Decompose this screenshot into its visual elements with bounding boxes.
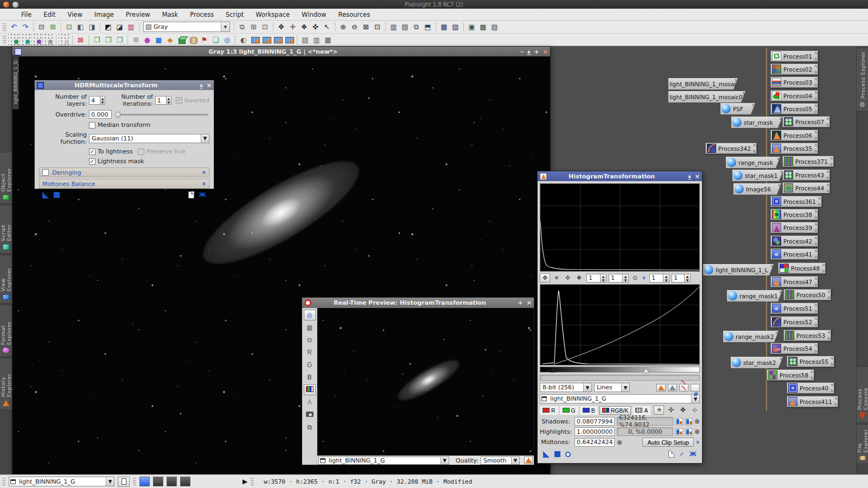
expand-icon[interactable]: ✳	[551, 273, 561, 282]
process-item-process48[interactable]: Process48ND	[778, 262, 826, 274]
sidebar-tab-file-explorer[interactable]: File Explorer	[857, 424, 868, 464]
process-item-process40[interactable]: Process40ND	[787, 382, 834, 394]
channel-alpha-icon[interactable]: A	[304, 397, 316, 408]
hdr-shade-button[interactable]: ▴	[200, 82, 203, 88]
midtones-balance-section[interactable]: Midtones Balance »	[39, 179, 209, 189]
fit-views-icon[interactable]: ▦	[438, 22, 450, 33]
mask-item-star_mask2[interactable]: star_mask2N	[731, 357, 783, 368]
preview-grayscale-icon[interactable]: ▦	[304, 322, 316, 333]
sidebar-tab-script-editor[interactable]: Script Editor	[0, 205, 12, 254]
preview-clone-icon[interactable]: ⧉	[304, 335, 316, 345]
histogramtransformation-dialog[interactable]: HistogramTransformation ▴ × ✥ ✳ ✣ ❖ 1▲▼ …	[537, 171, 703, 464]
menu-workspace[interactable]: Workspace	[250, 9, 296, 20]
pointer-icon[interactable]: ↖	[321, 22, 333, 33]
expand-panel-icon[interactable]: »	[641, 276, 648, 280]
process-item-process39[interactable]: Process39ND	[770, 222, 818, 233]
shadows-input[interactable]: 0.08077994	[575, 417, 615, 426]
show-grid-icon[interactable]	[691, 384, 700, 391]
channel-rgb-icon[interactable]	[304, 384, 316, 395]
process-item-process05[interactable]: Process05ND	[770, 103, 818, 114]
process-item-process411[interactable]: Process411ND	[787, 396, 838, 407]
midtones-marker[interactable]	[643, 368, 649, 373]
format-circle-icon[interactable]: ●	[142, 34, 153, 45]
mask-item-light_binning_1_mosaic01[interactable]: light_BINNING_1_mosaic01N	[668, 91, 745, 102]
process-item-process361[interactable]: Process361ND	[770, 196, 822, 207]
display-mode-select[interactable]: Gray▾	[143, 22, 230, 32]
image-window-titlebar[interactable]: Gray 1:3 light_BINNING_1_G | <*new*> – ▴…	[12, 47, 550, 56]
open-project-box-icon[interactable]: ❒	[103, 34, 114, 45]
sidebar-tab-history-explorer[interactable]: History Explorer	[0, 358, 12, 410]
tile-vertical-icon[interactable]: ▤	[399, 22, 411, 33]
process-item-process51[interactable]: «Process51ND	[770, 303, 818, 314]
cascade-windows-icon[interactable]: ⧉	[411, 22, 422, 33]
sidebar-tab-process-console[interactable]: Process Console	[857, 367, 868, 423]
ht-reset-icon[interactable]: Ж	[690, 451, 697, 458]
preserve-hue-checkbox[interactable]	[138, 149, 144, 155]
realtime-enable-icon[interactable]: ◎	[304, 310, 316, 320]
monitor2-icon[interactable]	[260, 34, 272, 45]
menu-script[interactable]: Script	[220, 9, 250, 20]
zoom-1to1-icon[interactable]: ⊡	[372, 22, 383, 33]
rtp-histogram-icon[interactable]	[524, 457, 533, 464]
track-mode-icon[interactable]: ✥	[540, 273, 550, 282]
new-project-box-icon[interactable]: ❒	[91, 34, 103, 45]
workspace-grid3-icon[interactable]	[31, 34, 42, 45]
screen-mode3-icon[interactable]: ▨	[489, 22, 500, 33]
menu-process[interactable]: Process	[184, 9, 220, 20]
overdrive-input[interactable]: 0.000	[89, 110, 112, 119]
screen-mode2-icon[interactable]: ▩	[477, 22, 489, 33]
channel-r-icon[interactable]: R	[304, 347, 316, 358]
documentation-icon[interactable]	[188, 191, 194, 198]
monitor4-icon[interactable]	[283, 34, 295, 45]
ht-close-button[interactable]: ×	[695, 174, 700, 179]
process-item-process371[interactable]: Process371ND	[782, 156, 834, 167]
overdrive-slider[interactable]	[115, 111, 209, 118]
workspace-swatch-1[interactable]	[139, 477, 150, 486]
workspace-swatch-4[interactable]	[180, 477, 190, 486]
screen-mode1-icon[interactable]: ▣	[466, 22, 477, 33]
shade-left-icon[interactable]: ◧	[75, 22, 86, 33]
select-mode-icon[interactable]: ✜	[310, 22, 321, 33]
color-display-icon[interactable]: ▥	[125, 22, 137, 33]
invert-display-icon[interactable]: ◩	[103, 22, 114, 33]
zoom-out-icon[interactable]: ⊖	[349, 22, 360, 33]
undo-icon[interactable]: ↶	[8, 22, 20, 33]
sidebar-tab-object-explorer[interactable]: Object Explorer	[0, 152, 12, 204]
minimize-button[interactable]: –	[521, 49, 524, 55]
process-item-process01[interactable]: Process01ND	[770, 50, 818, 62]
channel-b-button[interactable]: B	[580, 406, 598, 415]
file-cylinder-icon[interactable]	[187, 34, 199, 45]
input-histogram-panel[interactable]	[540, 284, 700, 365]
shadows-marker[interactable]	[550, 368, 556, 373]
history-diamond-icon[interactable]: ◆	[164, 34, 176, 45]
gear-icon[interactable]: ⚙	[130, 34, 142, 45]
doc-list1-icon[interactable]: ▤	[299, 34, 311, 45]
iterations-input[interactable]: 1	[155, 96, 167, 105]
workspace-swatch-3[interactable]	[167, 477, 177, 486]
sidebar-tab-view-explorer[interactable]: View Explorer	[0, 255, 12, 304]
highlights-reset-icon[interactable]: ⊗	[694, 428, 700, 435]
process-console-flag-icon[interactable]: ⚑	[199, 34, 210, 45]
menu-view[interactable]: View	[62, 9, 88, 20]
menu-window[interactable]: Window	[296, 9, 332, 20]
process-item-process04[interactable]: Process04ND	[770, 90, 818, 101]
new-instance-icon[interactable]	[42, 192, 49, 198]
median-transform-checkbox[interactable]	[89, 122, 95, 129]
rtp-canvas[interactable]	[317, 308, 534, 455]
hzoom-input[interactable]: 1	[586, 274, 601, 282]
script-document-icon[interactable]: ❏	[210, 34, 221, 45]
tile-horizontal-icon[interactable]: ▥	[388, 22, 399, 33]
channel-r-button[interactable]: R	[540, 406, 558, 415]
camera-icon[interactable]	[304, 409, 316, 420]
new-image-window-icon[interactable]: ⊞	[47, 22, 59, 33]
hzoom2-input[interactable]: 1	[649, 274, 663, 282]
plus-cross-icon[interactable]: ⊹	[690, 406, 700, 415]
shade-right-icon[interactable]: ◨	[86, 22, 98, 33]
shrink-icon[interactable]: ✣	[563, 273, 573, 282]
rtp-detach-button[interactable]: +	[518, 300, 523, 306]
screen-transfer-icon[interactable]: ◪	[114, 22, 125, 33]
process-item-process53[interactable]: Process53ND	[783, 330, 831, 341]
show-mtf-histogram-icon[interactable]	[668, 384, 677, 391]
mask-item-range_mask1[interactable]: range_mask1N	[727, 290, 782, 301]
vzoom2-spinner[interactable]: ▲▼	[685, 274, 691, 282]
